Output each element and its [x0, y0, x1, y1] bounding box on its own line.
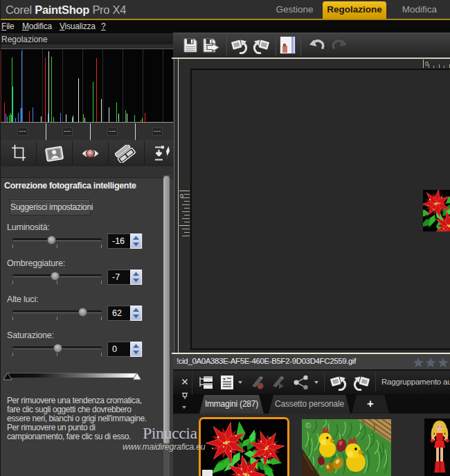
svg-text:0: 0	[425, 60, 429, 67]
svg-text:©: ©	[305, 421, 311, 430]
svg-text:0: 0	[180, 193, 183, 200]
